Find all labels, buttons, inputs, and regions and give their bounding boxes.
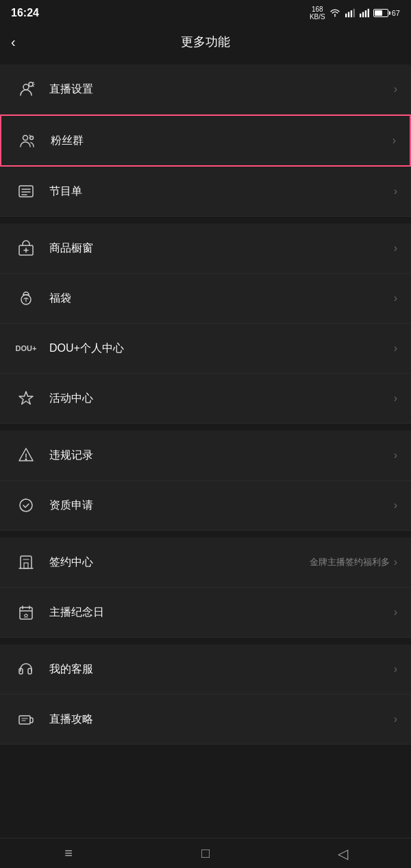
- svg-point-12: [30, 136, 34, 140]
- menu-list: 直播设置 › 粉丝群 ›: [0, 64, 411, 745]
- svg-rect-27: [24, 563, 28, 568]
- sign-center-arrow: ›: [394, 556, 397, 568]
- activity-center-label: 活动中心: [49, 391, 394, 406]
- sign-center-sub: 金牌主播签约福利多: [310, 556, 390, 568]
- back-nav-icon: ◁: [338, 845, 348, 862]
- live-guide-item[interactable]: 直播攻略 ›: [0, 695, 411, 745]
- program-list-icon: [14, 179, 38, 204]
- violation-record-icon: [14, 443, 38, 468]
- live-guide-arrow: ›: [394, 713, 397, 725]
- sign-center-icon: [14, 550, 38, 575]
- product-window-label: 商品橱窗: [49, 241, 394, 256]
- svg-rect-33: [19, 716, 30, 724]
- qualification-item[interactable]: 资质申请 ›: [0, 481, 411, 531]
- live-settings-label: 直播设置: [49, 82, 394, 97]
- qualification-label: 资质申请: [49, 498, 394, 513]
- svg-rect-4: [353, 9, 354, 17]
- fans-group-label: 粉丝群: [51, 134, 393, 148]
- svg-point-10: [29, 82, 33, 86]
- live-guide-label: 直播攻略: [49, 712, 394, 727]
- menu-group-2: 商品橱窗 › 福袋 › DOU+ DOU+个人中心 ›: [0, 224, 411, 424]
- menu-nav-icon: ≡: [64, 845, 73, 861]
- dou-plus-arrow: ›: [394, 342, 397, 354]
- live-guide-icon: [14, 707, 38, 732]
- product-window-arrow: ›: [394, 242, 397, 254]
- wifi-icon: [329, 8, 341, 18]
- fans-group-item[interactable]: 粉丝群 ›: [0, 114, 411, 167]
- svg-point-24: [25, 459, 27, 460]
- violation-record-arrow: ›: [394, 449, 397, 461]
- back-button[interactable]: ‹: [11, 34, 16, 50]
- status-bar: 16:24 168KB/S 67: [0, 0, 411, 25]
- svg-point-9: [23, 84, 29, 90]
- bottom-nav: ≡ □ ◁: [0, 838, 411, 868]
- violation-record-item[interactable]: 违规记录 ›: [0, 431, 411, 481]
- menu-group-1: 直播设置 › 粉丝群 ›: [0, 64, 411, 217]
- violation-record-label: 违规记录: [49, 448, 394, 463]
- live-settings-icon: [14, 77, 38, 101]
- dou-plus-label: DOU+个人中心: [49, 341, 394, 356]
- svg-point-25: [20, 499, 32, 511]
- nav-menu-button[interactable]: ≡: [0, 839, 137, 868]
- svg-point-11: [23, 136, 28, 141]
- program-list-item[interactable]: 节目单 ›: [0, 167, 411, 217]
- signal-4g-icon: [345, 8, 356, 18]
- anchor-anniversary-icon: [14, 600, 38, 625]
- my-service-item[interactable]: 我的客服 ›: [0, 644, 411, 695]
- svg-rect-3: [351, 10, 352, 17]
- my-service-icon: [14, 657, 38, 682]
- svg-rect-29: [20, 607, 32, 619]
- anchor-anniversary-item[interactable]: 主播纪念日 ›: [0, 588, 411, 638]
- menu-group-4: 签约中心 金牌主播签约福利多 › 主播纪念日 ›: [0, 538, 411, 638]
- sign-center-label: 签约中心: [49, 555, 310, 570]
- svg-rect-7: [365, 10, 366, 17]
- svg-rect-2: [348, 12, 349, 17]
- fans-group-arrow: ›: [393, 134, 396, 147]
- program-list-label: 节目单: [49, 184, 394, 199]
- sign-center-item[interactable]: 签约中心 金牌主播签约福利多 ›: [0, 538, 411, 588]
- lucky-bag-arrow: ›: [394, 292, 397, 304]
- dou-plus-item[interactable]: DOU+ DOU+个人中心 ›: [0, 324, 411, 374]
- svg-rect-6: [362, 12, 364, 17]
- svg-rect-1: [345, 14, 347, 17]
- qualification-arrow: ›: [394, 499, 397, 511]
- status-time: 16:24: [11, 7, 39, 19]
- network-speed: 168KB/S: [310, 5, 325, 21]
- product-window-item[interactable]: 商品橱窗 ›: [0, 224, 411, 274]
- svg-point-0: [334, 16, 336, 17]
- home-nav-icon: □: [201, 845, 210, 861]
- anchor-anniversary-arrow: ›: [394, 606, 397, 618]
- battery-percent: 67: [392, 9, 400, 17]
- anchor-anniversary-label: 主播纪念日: [49, 605, 394, 620]
- activity-center-item[interactable]: 活动中心 ›: [0, 374, 411, 424]
- nav-back-button[interactable]: ◁: [274, 839, 411, 868]
- menu-group-3: 违规记录 › 资质申请 ›: [0, 431, 411, 531]
- battery-icon: [373, 9, 388, 17]
- lucky-bag-item[interactable]: 福袋 ›: [0, 274, 411, 324]
- live-settings-arrow: ›: [394, 83, 397, 95]
- page-title: 更多功能: [181, 34, 230, 50]
- svg-rect-8: [367, 9, 369, 17]
- header: ‹ 更多功能: [0, 25, 411, 59]
- status-icons: 168KB/S 67: [310, 5, 400, 21]
- activity-center-icon: [14, 386, 38, 411]
- nav-home-button[interactable]: □: [137, 839, 274, 868]
- lucky-bag-label: 福袋: [49, 291, 394, 306]
- lucky-bag-icon: [14, 286, 38, 311]
- activity-center-arrow: ›: [394, 392, 397, 405]
- dou-plus-icon: DOU+: [14, 336, 38, 361]
- my-service-label: 我的客服: [49, 662, 394, 677]
- product-window-icon: [14, 236, 38, 261]
- svg-rect-5: [360, 14, 361, 17]
- program-list-arrow: ›: [394, 185, 397, 197]
- live-settings-item[interactable]: 直播设置 ›: [0, 64, 411, 114]
- signal-4gi-icon: [359, 8, 370, 18]
- fans-group-icon: [15, 128, 40, 153]
- menu-group-5: 我的客服 › 直播攻略 ›: [0, 644, 411, 745]
- my-service-arrow: ›: [394, 663, 397, 675]
- qualification-icon: [14, 493, 38, 518]
